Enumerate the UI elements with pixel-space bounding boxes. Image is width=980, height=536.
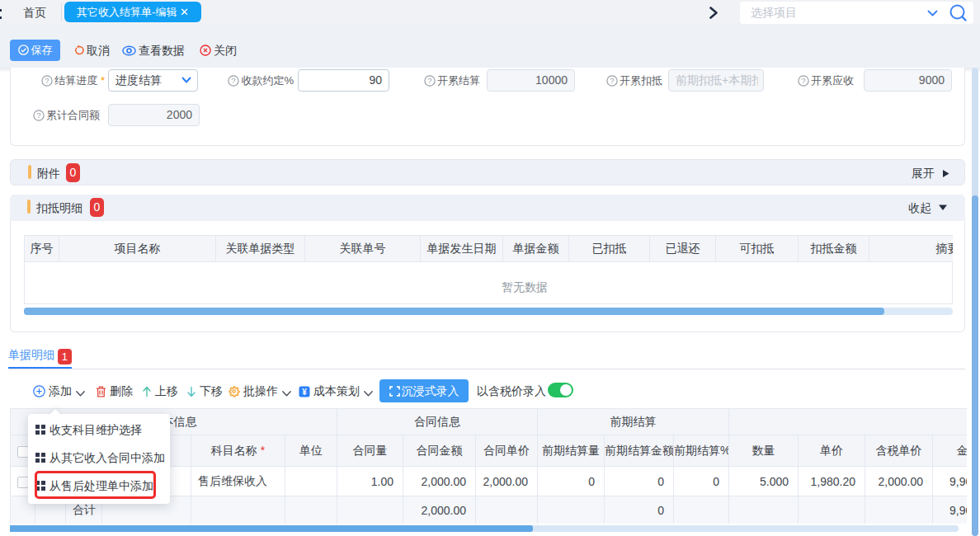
svg-text:?: ?: [232, 76, 236, 85]
svg-text:?: ?: [45, 76, 49, 85]
svg-text:?: ?: [427, 76, 431, 85]
svg-text:?: ?: [801, 76, 805, 85]
svg-text:?: ?: [36, 110, 40, 120]
svg-text:¥: ¥: [302, 388, 307, 397]
svg-text:?: ?: [610, 76, 614, 85]
